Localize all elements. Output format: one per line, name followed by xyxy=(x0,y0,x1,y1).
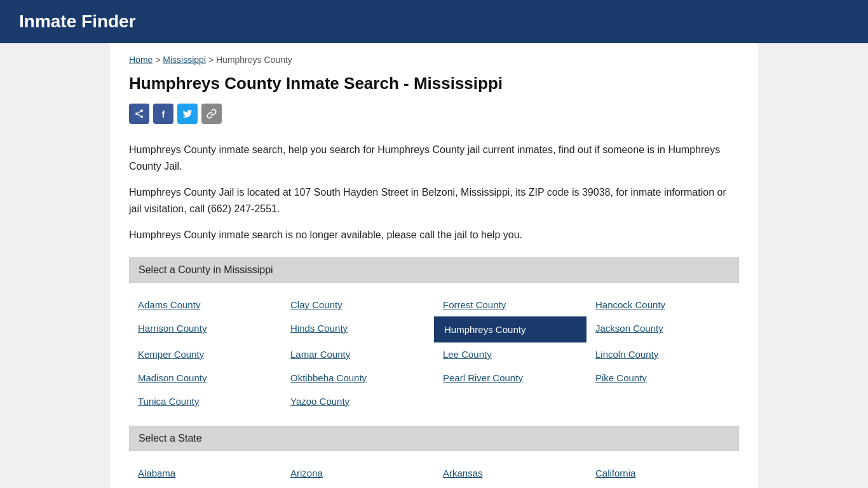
county-link[interactable]: Humphreys County xyxy=(434,316,587,342)
county-link[interactable]: Forrest County xyxy=(434,293,587,316)
county-link[interactable]: Tunica County xyxy=(129,390,281,413)
svg-line-3 xyxy=(138,114,141,116)
county-link[interactable]: Pearl River County xyxy=(434,366,587,390)
state-link[interactable]: Arizona xyxy=(281,461,434,485)
county-link[interactable]: Harrison County xyxy=(129,316,281,342)
share-button[interactable] xyxy=(129,104,149,124)
state-link[interactable]: California xyxy=(587,461,739,485)
county-link[interactable]: Jackson County xyxy=(587,316,739,342)
county-link[interactable]: Madison County xyxy=(129,366,281,390)
svg-point-1 xyxy=(135,112,138,115)
county-link[interactable]: Clay County xyxy=(281,293,434,316)
desc-para1: Humphreys County inmate search, help you… xyxy=(129,142,739,174)
site-title: Inmate Finder xyxy=(19,11,849,32)
breadcrumb-state[interactable]: Mississippi xyxy=(163,55,206,65)
breadcrumb-home[interactable]: Home xyxy=(129,55,153,65)
county-link[interactable]: Pike County xyxy=(587,366,739,390)
county-link[interactable]: Oktibbeha County xyxy=(281,366,434,390)
county-link[interactable]: Yazoo County xyxy=(281,390,434,413)
facebook-icon: f xyxy=(162,109,165,119)
county-link[interactable]: Hinds County xyxy=(281,316,434,342)
copy-link-button[interactable] xyxy=(201,104,222,124)
social-icons: f xyxy=(129,104,739,124)
svg-point-0 xyxy=(140,109,143,112)
county-grid: Adams CountyClay CountyForrest CountyHan… xyxy=(129,293,739,413)
site-header: Inmate Finder xyxy=(0,0,868,43)
state-link[interactable]: Alabama xyxy=(129,461,281,485)
county-link[interactable]: Adams County xyxy=(129,293,281,316)
county-section-header: Select a County in Mississippi xyxy=(129,257,739,283)
main-wrapper: Home > Mississippi > Humphreys County Hu… xyxy=(0,43,868,488)
breadcrumb-sep2: > xyxy=(208,55,216,65)
state-grid: AlabamaArizonaArkansasCalifornia xyxy=(129,461,739,485)
county-link[interactable]: Lincoln County xyxy=(587,342,739,366)
county-link[interactable] xyxy=(434,390,587,413)
state-section-header: Select a State xyxy=(129,426,739,451)
breadcrumb: Home > Mississippi > Humphreys County xyxy=(129,55,739,65)
description: Humphreys County inmate search, help you… xyxy=(129,142,739,243)
desc-para3: Humphreys County inmate search is no lon… xyxy=(129,227,739,243)
page-title: Humphreys County Inmate Search - Mississ… xyxy=(129,74,739,93)
county-link[interactable]: Hancock County xyxy=(587,293,739,316)
county-link[interactable]: Lee County xyxy=(434,342,587,366)
breadcrumb-sep1: > xyxy=(155,55,163,65)
svg-line-4 xyxy=(138,111,141,113)
content-area: Home > Mississippi > Humphreys County Hu… xyxy=(110,43,758,488)
county-link[interactable] xyxy=(587,390,739,413)
county-link[interactable]: Lamar County xyxy=(281,342,434,366)
svg-point-2 xyxy=(140,116,143,118)
desc-para2: Humphreys County Jail is located at 107 … xyxy=(129,184,739,217)
facebook-button[interactable]: f xyxy=(153,104,173,124)
state-link[interactable]: Arkansas xyxy=(434,461,587,485)
breadcrumb-current: Humphreys County xyxy=(216,55,292,65)
twitter-button[interactable] xyxy=(177,104,198,124)
county-link[interactable]: Kemper County xyxy=(129,342,281,366)
